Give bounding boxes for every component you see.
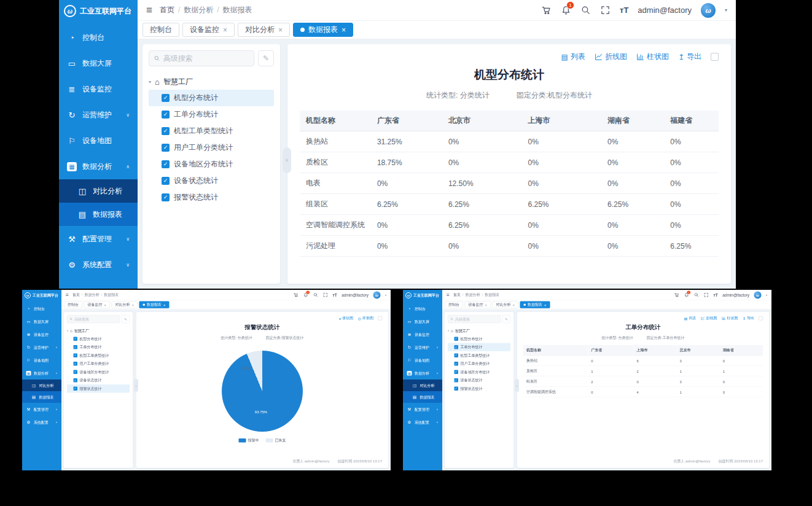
font-size-icon[interactable]: ᴛT xyxy=(620,6,628,15)
checkbox-checked-icon[interactable]: ✓ xyxy=(162,160,170,168)
tree-item-workorder-distribution[interactable]: ✓工单分布统计 xyxy=(448,343,510,352)
tree-item-user-workorder-class[interactable]: ✓用户工单分类统计 xyxy=(67,360,130,368)
collapse-handle[interactable]: ‹ xyxy=(134,379,138,392)
tree-item-model-workorder-type[interactable]: ✓机型工单类型统计 xyxy=(149,123,274,139)
tab-data-report[interactable]: 数据报表× xyxy=(293,23,353,37)
sidebar-item-console[interactable]: ◔控制台 xyxy=(22,302,61,315)
tab-data-report[interactable]: 数据报表× xyxy=(139,302,170,309)
cart-icon[interactable] xyxy=(674,292,680,298)
tab-device-monitor[interactable]: 设备监控× xyxy=(84,302,111,309)
close-icon[interactable]: × xyxy=(132,303,135,306)
close-icon[interactable]: × xyxy=(104,303,107,306)
tree-root-smart-factory[interactable]: ▾ ⌂ 智慧工厂 xyxy=(149,74,274,90)
legend-item-recovered[interactable]: 已恢复 xyxy=(266,438,286,443)
font-size-icon[interactable]: ᴛT xyxy=(333,293,337,298)
sidebar-item-system[interactable]: ⚙系统配置∨ xyxy=(59,252,138,278)
menu-icon[interactable]: ≡ xyxy=(146,4,152,17)
checkbox-checked-icon[interactable]: ✓ xyxy=(74,370,78,375)
tree-item-alarm-status[interactable]: ✓报警状态统计 xyxy=(67,384,130,393)
sidebar-item-data-report[interactable]: ▤数据报表 xyxy=(59,203,138,226)
checkbox-checked-icon[interactable]: ✓ xyxy=(455,345,459,349)
bell-icon[interactable]: 1 xyxy=(561,5,571,15)
breadcrumb-analysis[interactable]: 数据分析 xyxy=(85,292,103,298)
fullscreen-icon[interactable] xyxy=(600,5,611,15)
checkbox-checked-icon[interactable]: ✓ xyxy=(162,177,170,185)
tree-item-model-workorder-type[interactable]: ✓机型工单类型统计 xyxy=(67,351,130,360)
sidebar-item-device-monitor[interactable]: ≣设备监控 xyxy=(22,328,61,341)
sidebar-item-config[interactable]: ⚒配置管理∨ xyxy=(403,403,442,416)
tree-item-device-region[interactable]: ✓设备地区分布统计 xyxy=(67,368,130,376)
avatar[interactable]: ω xyxy=(754,291,761,298)
sidebar-item-data-analysis[interactable]: ▦数据分析∧ xyxy=(403,367,442,379)
close-icon[interactable]: × xyxy=(342,26,346,34)
checkbox-checked-icon[interactable]: ✓ xyxy=(162,111,170,119)
tree-item-device-status[interactable]: ✓设备状态统计 xyxy=(67,376,130,385)
cart-icon[interactable] xyxy=(541,5,552,15)
edit-button[interactable]: ✎ xyxy=(502,315,510,323)
fullscreen-icon[interactable] xyxy=(704,292,709,298)
advanced-search-input[interactable] xyxy=(455,317,498,321)
tree-item-alarm-status[interactable]: ✓报警状态统计 xyxy=(448,384,510,393)
breadcrumb-home[interactable]: 首页 xyxy=(72,292,83,298)
advanced-search-input[interactable] xyxy=(74,317,117,321)
close-icon[interactable]: × xyxy=(544,303,547,306)
tree-item-user-workorder-class[interactable]: ✓用户工单分类统计 xyxy=(149,139,274,156)
sidebar-item-maintenance[interactable]: ↻运营维护∨ xyxy=(22,341,61,354)
sidebar-item-data-analysis[interactable]: ▦数据分析∧ xyxy=(22,367,61,379)
view-donut-chart-button[interactable]: ◎环形图 xyxy=(358,316,373,321)
tab-device-monitor[interactable]: 设备监控× xyxy=(465,302,491,309)
user-email[interactable]: admin@factory xyxy=(342,293,369,298)
tree-item-model-distribution[interactable]: ✓机型分布统计 xyxy=(67,335,130,343)
tree-item-device-region[interactable]: ✓设备地区分布统计 xyxy=(149,156,274,173)
sidebar-item-maintenance[interactable]: ↻运营维护∨ xyxy=(403,341,442,354)
collapse-handle[interactable]: ‹ xyxy=(283,147,291,173)
legend-item-alarming[interactable]: 报警中 xyxy=(239,438,259,443)
sidebar-item-data-analysis[interactable]: ▦数据分析∧ xyxy=(59,154,138,179)
menu-icon[interactable]: ≡ xyxy=(66,292,69,298)
tree-item-model-distribution[interactable]: ✓机型分布统计 xyxy=(149,90,274,106)
checkbox-checked-icon[interactable]: ✓ xyxy=(74,345,78,349)
search-icon[interactable] xyxy=(580,5,591,15)
sidebar-item-device-map[interactable]: ⚐设备地图 xyxy=(22,354,61,367)
sidebar-item-datascreen[interactable]: ▭数据大屏 xyxy=(59,50,138,76)
checkbox-checked-icon[interactable]: ✓ xyxy=(162,193,170,201)
sidebar-item-system[interactable]: ⚙系统配置∨ xyxy=(22,416,61,429)
sidebar-item-maintenance[interactable]: ↻运营维护∨ xyxy=(59,102,138,128)
view-line-chart-button[interactable]: 折线图 xyxy=(595,52,627,62)
checkbox-checked-icon[interactable]: ✓ xyxy=(455,378,459,383)
toolbar-checkbox[interactable] xyxy=(711,53,719,61)
sidebar-item-data-report[interactable]: ▤数据报表 xyxy=(403,391,442,403)
tree-item-device-region[interactable]: ✓设备地区分布统计 xyxy=(448,368,510,376)
breadcrumb-analysis[interactable]: 数据分析 xyxy=(184,5,219,15)
checkbox-checked-icon[interactable]: ✓ xyxy=(74,337,78,341)
tree-item-model-workorder-type[interactable]: ✓机型工单类型统计 xyxy=(448,351,510,360)
toolbar-checkbox[interactable] xyxy=(378,316,383,321)
checkbox-checked-icon[interactable]: ✓ xyxy=(455,362,459,366)
tab-console[interactable]: 控制台 xyxy=(445,302,463,309)
sidebar-item-datascreen[interactable]: ▭数据大屏 xyxy=(403,315,442,328)
breadcrumb-home[interactable]: 首页 xyxy=(160,5,180,15)
tree-root-smart-factory[interactable]: ▾ ⌂ 智慧工厂 xyxy=(67,327,130,335)
fullscreen-icon[interactable] xyxy=(323,292,329,298)
search-icon[interactable] xyxy=(694,292,700,298)
tree-item-alarm-status[interactable]: ✓报警状态统计 xyxy=(149,189,274,206)
sidebar-item-data-report[interactable]: ▤数据报表 xyxy=(22,391,61,403)
tab-data-report[interactable]: 数据报表× xyxy=(520,302,550,309)
view-bar-chart-button[interactable]: 柱状图 xyxy=(636,52,669,62)
breadcrumb-home[interactable]: 首页 xyxy=(453,292,464,298)
sidebar-item-console[interactable]: ◔控制台 xyxy=(59,25,138,50)
menu-icon[interactable]: ≡ xyxy=(447,292,450,298)
checkbox-checked-icon[interactable]: ✓ xyxy=(162,144,170,152)
export-button[interactable]: ↥导出 xyxy=(743,316,754,321)
search-icon[interactable] xyxy=(313,292,319,298)
tab-device-monitor[interactable]: 设备监控× xyxy=(182,23,235,37)
close-icon[interactable]: × xyxy=(163,303,166,306)
sidebar-item-device-monitor[interactable]: ≣设备监控 xyxy=(59,76,138,102)
sidebar-item-device-monitor[interactable]: ≣设备监控 xyxy=(403,328,442,341)
checkbox-checked-icon[interactable]: ✓ xyxy=(74,362,78,366)
tree-item-device-status[interactable]: ✓设备状态统计 xyxy=(149,173,274,189)
checkbox-checked-icon[interactable]: ✓ xyxy=(74,387,78,391)
alarm-pie-chart[interactable]: 6.25% 93.75% xyxy=(222,351,303,432)
tab-console[interactable]: 控制台 xyxy=(142,23,179,37)
checkbox-checked-icon[interactable]: ✓ xyxy=(455,337,459,341)
